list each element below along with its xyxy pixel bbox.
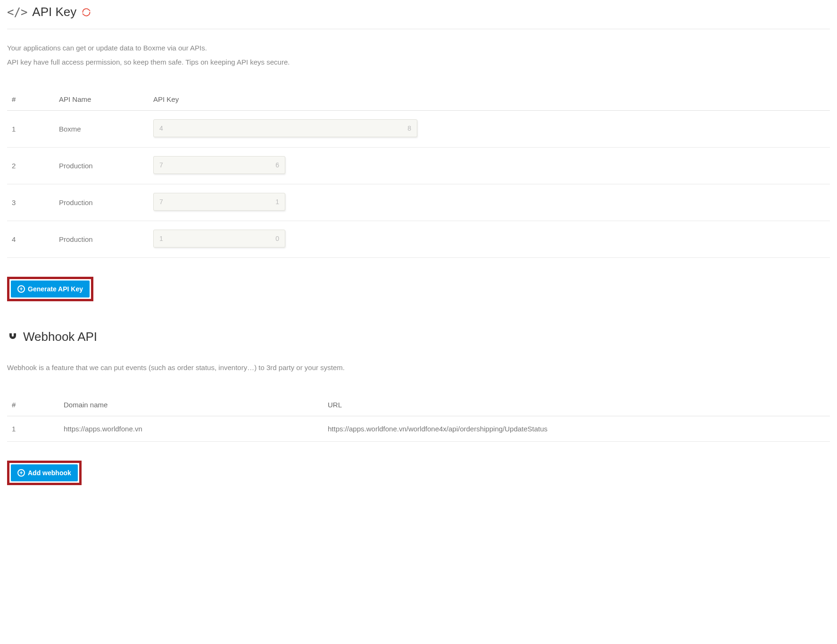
api-key-row-name: Production <box>54 184 149 221</box>
generate-api-key-highlight: + Generate API Key <box>7 277 93 301</box>
api-key-th-key: API Key <box>149 88 830 111</box>
plus-circle-icon: + <box>17 285 25 293</box>
webhook-title: Webhook API <box>23 330 97 344</box>
add-webhook-highlight: + Add webhook <box>7 461 82 485</box>
webhook-th-domain: Domain name <box>59 394 323 416</box>
api-key-row: 1Boxme48 <box>7 111 830 148</box>
api-key-row-key-cell: 10 <box>149 221 830 258</box>
api-key-row-key-cell: 71 <box>149 184 830 221</box>
webhook-row-index: 1 <box>7 416 59 442</box>
api-key-row: 3Production71 <box>7 184 830 221</box>
code-icon: </> <box>7 6 27 19</box>
api-key-row-key-cell: 48 <box>149 111 830 148</box>
refresh-icon[interactable] <box>81 7 91 17</box>
add-webhook-button[interactable]: + Add webhook <box>11 464 78 481</box>
webhook-row-url: https://apps.worldfone.vn/worldfone4x/ap… <box>323 416 830 442</box>
api-key-row-index: 4 <box>7 221 54 258</box>
api-key-th-index: # <box>7 88 54 111</box>
webhook-section: Webhook API Webhook is a feature that we… <box>7 330 830 485</box>
api-key-row-name: Production <box>54 148 149 184</box>
api-key-table: # API Name API Key 1Boxme482Production76… <box>7 88 830 258</box>
generate-api-key-label: Generate API Key <box>28 285 83 293</box>
api-key-description: Your applications can get or update data… <box>7 41 830 69</box>
api-key-row-name: Boxme <box>54 111 149 148</box>
api-key-description-line1: Your applications can get or update data… <box>7 41 830 55</box>
api-key-row-index: 3 <box>7 184 54 221</box>
plus-circle-icon: + <box>17 469 25 477</box>
api-key-row-name: Production <box>54 221 149 258</box>
webhook-table: # Domain name URL 1https://apps.worldfon… <box>7 394 830 442</box>
webhook-th-index: # <box>7 394 59 416</box>
generate-api-key-button[interactable]: + Generate API Key <box>11 281 90 297</box>
webhook-description: Webhook is a feature that we can put eve… <box>7 361 830 375</box>
api-key-row: 4Production10 <box>7 221 830 258</box>
webhook-th-url: URL <box>323 394 830 416</box>
webhook-row: 1https://apps.worldfone.vnhttps://apps.w… <box>7 416 830 442</box>
webhook-row-domain: https://apps.worldfone.vn <box>59 416 323 442</box>
api-key-section: </> API Key Your applications can get or… <box>7 5 830 301</box>
api-key-row-key-cell: 76 <box>149 148 830 184</box>
api-key-row: 2Production76 <box>7 148 830 184</box>
api-key-row-index: 2 <box>7 148 54 184</box>
api-key-value-box[interactable]: 76 <box>153 156 285 174</box>
webhook-header: Webhook API <box>7 330 830 349</box>
add-webhook-label: Add webhook <box>28 469 71 477</box>
api-key-th-name: API Name <box>54 88 149 111</box>
api-key-title: API Key <box>32 5 76 19</box>
api-key-description-line2: API key have full access permission, so … <box>7 55 830 69</box>
api-key-value-box[interactable]: 71 <box>153 193 285 211</box>
api-key-value-box[interactable]: 10 <box>153 230 285 248</box>
magnet-icon <box>7 330 18 344</box>
api-key-value-box[interactable]: 48 <box>153 119 417 137</box>
api-key-row-index: 1 <box>7 111 54 148</box>
api-key-header: </> API Key <box>7 5 830 29</box>
